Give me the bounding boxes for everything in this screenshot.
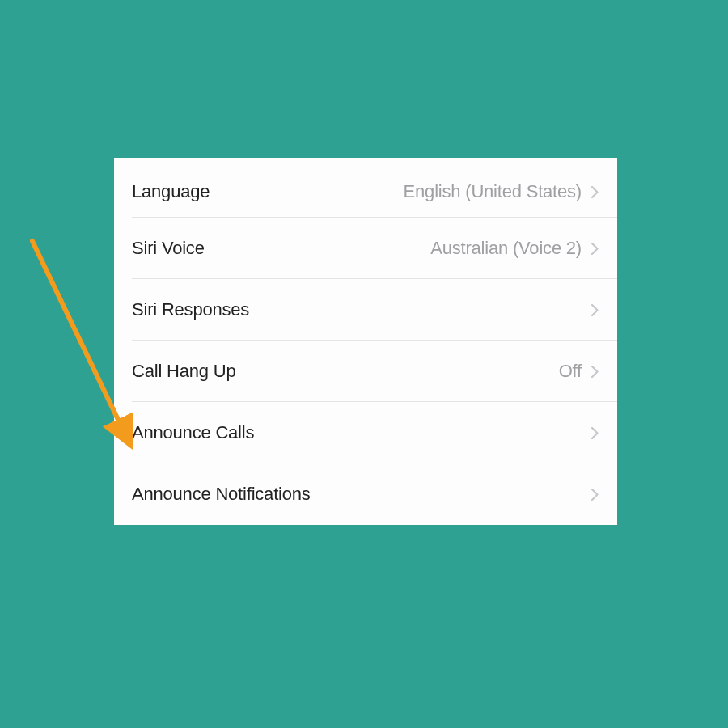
setting-label: Siri Responses	[132, 299, 249, 320]
setting-row-call-hang-up[interactable]: Call Hang Up Off	[114, 341, 617, 402]
setting-value: Off	[559, 361, 582, 382]
chevron-right-icon	[586, 302, 603, 318]
setting-value-group	[582, 486, 603, 502]
chevron-right-icon	[586, 425, 603, 441]
chevron-right-icon	[586, 363, 603, 379]
setting-row-announce-notifications[interactable]: Announce Notifications	[114, 463, 617, 525]
chevron-right-icon	[586, 240, 603, 256]
setting-label: Call Hang Up	[132, 361, 235, 382]
setting-value-group: Australian (Voice 2)	[430, 238, 603, 259]
setting-row-siri-voice[interactable]: Siri Voice Australian (Voice 2)	[114, 218, 617, 279]
chevron-right-icon	[586, 184, 603, 200]
setting-row-language[interactable]: Language English (United States)	[114, 158, 617, 218]
setting-value: Australian (Voice 2)	[430, 238, 582, 259]
setting-label: Siri Voice	[132, 238, 205, 259]
setting-value-group: Off	[559, 361, 603, 382]
setting-label: Language	[132, 181, 210, 202]
setting-label: Announce Calls	[132, 422, 254, 443]
setting-value-group: English (United States)	[404, 181, 603, 202]
setting-label: Announce Notifications	[132, 484, 311, 505]
chevron-right-icon	[586, 486, 603, 502]
setting-value-group	[582, 302, 603, 318]
setting-value-group	[582, 425, 603, 441]
setting-value: English (United States)	[404, 181, 582, 202]
siri-settings-panel: Language English (United States) Siri Vo…	[114, 158, 617, 525]
setting-row-announce-calls[interactable]: Announce Calls	[114, 402, 617, 463]
setting-row-siri-responses[interactable]: Siri Responses	[114, 279, 617, 341]
